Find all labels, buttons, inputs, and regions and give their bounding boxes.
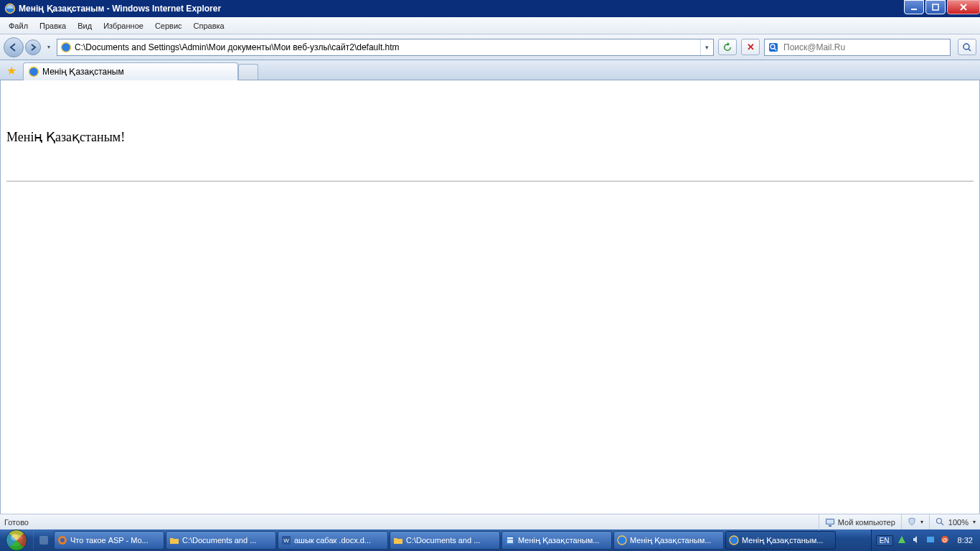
forward-button[interactable] [25, 39, 41, 55]
taskbar: Что такое ASP - Mo... C:\Documents and .… [0, 529, 980, 551]
tray-icon[interactable]: @ [941, 535, 951, 545]
word-icon: W [281, 535, 291, 545]
status-bar: Готово Мой компьютер ▾ 100% ▾ [0, 514, 980, 529]
svg-rect-2 [911, 9, 917, 10]
page-viewport: Менің Қазақстаным! [0, 80, 980, 514]
svg-point-8 [963, 44, 969, 50]
page-icon [60, 42, 72, 53]
address-bar: ▾ [57, 39, 714, 56]
window-titlebar: Менің Қазақстаным - Windows Internet Exp… [0, 0, 980, 17]
taskbar-item[interactable]: Что такое ASP - Mo... [54, 531, 164, 550]
address-dropdown[interactable]: ▾ [700, 39, 713, 55]
menu-favorites[interactable]: Избранное [98, 20, 149, 32]
menu-help[interactable]: Справка [188, 20, 230, 32]
zoom-value: 100% [948, 518, 969, 527]
taskbar-item-label: ашык сабак .docx.d... [294, 536, 385, 545]
zoom-icon [936, 517, 946, 527]
taskbar-item[interactable]: C:\Documents and ... [166, 531, 276, 550]
svg-text:@: @ [942, 537, 948, 543]
shield-icon [908, 517, 918, 527]
svg-rect-22 [507, 540, 513, 543]
svg-point-14 [936, 518, 941, 523]
status-text: Готово [4, 518, 29, 527]
menu-edit[interactable]: Правка [34, 20, 72, 32]
svg-point-17 [60, 538, 65, 542]
menu-tools[interactable]: Сервис [149, 20, 188, 32]
svg-rect-12 [826, 519, 834, 524]
taskbar-item[interactable]: C:\Documents and ... [390, 531, 500, 550]
tray-icon[interactable] [926, 535, 936, 545]
svg-text:W: W [283, 537, 289, 544]
svg-rect-15 [39, 536, 48, 545]
minimize-button[interactable] [904, 0, 924, 14]
zone-label: Мой компьютер [838, 518, 895, 527]
protected-mode[interactable]: ▾ [901, 514, 923, 530]
search-provider-icon[interactable] [767, 41, 780, 54]
clock[interactable]: 8:32 [955, 536, 976, 545]
start-button[interactable] [0, 529, 33, 551]
taskbar-item-label: C:\Documents and ... [406, 536, 496, 545]
folder-icon [169, 535, 179, 545]
search-button[interactable] [958, 39, 976, 55]
new-tab-button[interactable] [238, 64, 258, 80]
ie-icon [4, 3, 16, 14]
close-button[interactable] [947, 0, 980, 14]
taskbar-item-label: Менің Қазақстаным... [630, 536, 720, 545]
window-controls [903, 0, 980, 17]
taskbar-item-label: C:\Documents and ... [182, 536, 273, 545]
favorites-button[interactable]: ★ [3, 62, 20, 79]
stop-button[interactable]: ✕ [741, 39, 760, 55]
taskbar-item-label: Менің Қазақстаным... [518, 536, 608, 545]
taskbar-item-active[interactable]: Менің Қазақстаным... [725, 531, 836, 550]
computer-icon [825, 517, 835, 527]
search-input[interactable] [782, 40, 950, 55]
svg-rect-21 [507, 537, 513, 539]
tab-active[interactable]: Менің Қазақстаным [23, 62, 238, 80]
search-box [764, 39, 951, 56]
language-indicator[interactable]: EN [876, 535, 893, 546]
menu-bar: Файл Правка Вид Избранное Сервис Справка [0, 17, 980, 34]
svg-rect-3 [933, 4, 938, 10]
tab-title: Менің Қазақстаным [42, 67, 124, 77]
system-tray: EN @ 8:32 [871, 529, 980, 551]
taskbar-item[interactable]: Менің Қазақстаным... [613, 531, 724, 550]
security-zone[interactable]: Мой компьютер [819, 514, 895, 530]
menu-view[interactable]: Вид [72, 20, 98, 32]
taskbar-item[interactable]: Менің Қазақстаным... [501, 531, 612, 550]
zoom-control[interactable]: 100% ▾ [929, 514, 976, 530]
horizontal-rule [6, 181, 974, 182]
firefox-icon [57, 535, 67, 545]
ie-icon [729, 535, 739, 545]
folder-icon [393, 535, 403, 545]
volume-icon[interactable] [912, 535, 922, 545]
tab-bar: ★ Менің Қазақстаным [0, 60, 980, 80]
window-title: Менің Қазақстаным - Windows Internet Exp… [19, 4, 221, 14]
ie-icon [28, 66, 39, 77]
tray-icon[interactable] [897, 535, 908, 545]
address-input[interactable] [75, 40, 700, 55]
taskbar-item-label: Что такое ASP - Mo... [70, 536, 161, 545]
svg-rect-27 [927, 537, 934, 542]
taskbar-item-label: Менің Қазақстаным... [742, 536, 832, 545]
page-heading: Менің Қазақстаным! [6, 129, 974, 145]
refresh-button[interactable] [718, 39, 737, 55]
svg-rect-13 [829, 525, 831, 527]
quick-launch[interactable] [33, 531, 53, 550]
menu-file[interactable]: Файл [3, 20, 34, 32]
ie-icon [617, 535, 627, 545]
navigation-bar: ▾ ▾ ✕ [0, 34, 980, 60]
frontpage-icon [505, 535, 515, 545]
maximize-button[interactable] [925, 0, 946, 14]
back-button[interactable] [4, 37, 24, 57]
taskbar-item[interactable]: W ашык сабак .docx.d... [278, 531, 388, 550]
recent-pages-dropdown[interactable]: ▾ [45, 40, 52, 55]
